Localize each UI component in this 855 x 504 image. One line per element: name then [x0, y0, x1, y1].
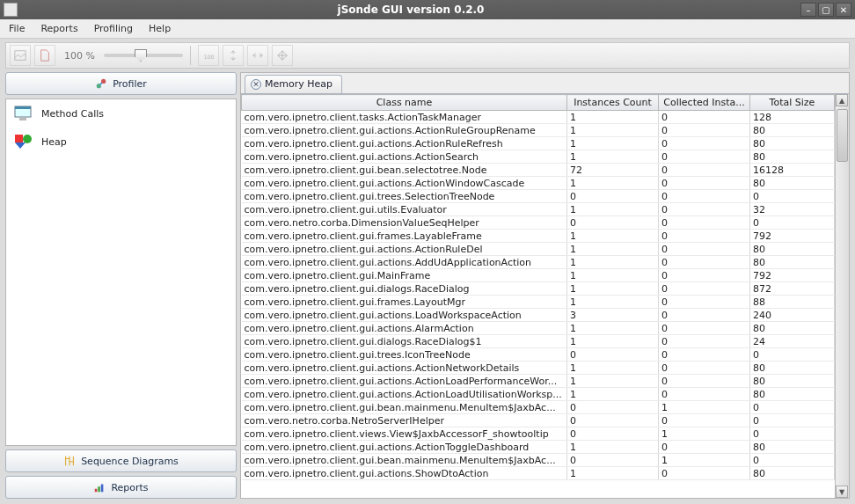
cell-collected: 0 — [659, 414, 750, 427]
table-row[interactable]: com.vero.ipnetro.client.gui.actions.Acti… — [242, 137, 835, 150]
profiler-toggle-button[interactable]: Profiler — [5, 72, 237, 95]
table-row[interactable]: com.vero.ipnetro.client.gui.actions.Acti… — [242, 375, 835, 388]
table-row[interactable]: com.vero.ipnetro.client.gui.actions.Acti… — [242, 177, 835, 190]
table-row[interactable]: com.vero.ipnetro.client.gui.bean.selecto… — [242, 164, 835, 177]
shapes-icon — [13, 133, 34, 150]
table-row[interactable]: com.vero.ipnetro.client.gui.MainFrame107… — [242, 269, 835, 282]
table-row[interactable]: com.vero.ipnetro.client.gui.actions.Acti… — [242, 362, 835, 375]
cell-total: 792 — [750, 269, 835, 282]
table-row[interactable]: com.vero.ipnetro.client.gui.actions.Show… — [242, 467, 835, 480]
svg-rect-4 — [100, 83, 102, 84]
heap-table: Class name Instances Count Collected Ins… — [241, 94, 835, 480]
svg-rect-7 — [19, 118, 26, 121]
close-tab-icon[interactable]: ✕ — [251, 79, 261, 90]
table-row[interactable]: com.vero.ipnetro.client.gui.dialogs.Race… — [242, 335, 835, 348]
cell-total: 80 — [750, 441, 835, 454]
cell-instances: 1 — [567, 375, 659, 388]
maximize-button[interactable]: ▢ — [818, 3, 834, 17]
table-container: Class name Instances Count Collected Ins… — [241, 93, 849, 498]
table-row[interactable]: com.vero.ipnetro.client.views.View$JaxbA… — [242, 427, 835, 441]
cell-collected: 0 — [659, 375, 750, 388]
table-viewport: Class name Instances Count Collected Ins… — [241, 94, 835, 498]
scroll-down-arrow[interactable]: ▼ — [836, 486, 848, 498]
col-instances-count[interactable]: Instances Count — [567, 95, 659, 111]
cell-class-name: com.vero.ipnetro.client.gui.actions.Acti… — [242, 388, 567, 401]
cell-class-name: com.vero.ipnetro.client.gui.actions.Load… — [242, 309, 567, 322]
reports-button[interactable]: Reports — [5, 476, 237, 499]
export-image-button[interactable] — [10, 45, 31, 66]
cell-class-name: com.vero.ipnetro.client.gui.actions.AddU… — [242, 256, 567, 269]
cell-class-name: com.vero.ipnetro.client.gui.trees.IconTr… — [242, 348, 567, 362]
cell-collected: 0 — [659, 335, 750, 348]
main-panel: ✕ Memory Heap Class name Instances Count… — [240, 72, 850, 499]
table-row[interactable]: com.vero.ipnetro.client.gui.actions.Load… — [242, 309, 835, 322]
cell-collected: 0 — [659, 164, 750, 177]
cell-class-name: com.vero.ipnetro.client.gui.actions.Alar… — [242, 322, 567, 335]
cell-class-name: com.vero.ipnetro.client.gui.bean.mainmen… — [242, 454, 567, 467]
scroll-up-arrow[interactable]: ▲ — [836, 94, 848, 106]
col-class-name[interactable]: Class name — [242, 95, 567, 111]
cell-total: 0 — [750, 190, 835, 203]
cell-collected: 0 — [659, 190, 750, 203]
list-item-method-calls[interactable]: Method Calls — [6, 99, 236, 128]
table-row[interactable]: com.vero.ipnetro.client.gui.utils.Evalua… — [242, 203, 835, 216]
cell-class-name: com.vero.ipnetro.client.views.View$JaxbA… — [242, 427, 567, 441]
menu-file[interactable]: File — [5, 21, 28, 36]
col-collected-instances[interactable]: Collected Insta... — [659, 95, 750, 111]
cell-collected: 0 — [659, 111, 750, 124]
table-row[interactable]: com.vero.netro.corba.DimensionValueSeqHe… — [242, 216, 835, 230]
zoom-100-icon: 100 — [202, 49, 215, 62]
table-row[interactable]: com.vero.ipnetro.client.gui.frames.Layab… — [242, 230, 835, 243]
table-row[interactable]: com.vero.ipnetro.client.gui.frames.Layou… — [242, 296, 835, 309]
table-row[interactable]: com.vero.ipnetro.client.tasks.ActionTask… — [242, 111, 835, 124]
sequence-diagrams-button[interactable]: Sequence Diagrams — [5, 449, 237, 472]
tab-memory-heap[interactable]: ✕ Memory Heap — [245, 75, 342, 93]
cell-collected: 0 — [659, 388, 750, 401]
reports-label: Reports — [111, 482, 148, 493]
table-body: com.vero.ipnetro.client.tasks.ActionTask… — [242, 111, 835, 480]
expand-button[interactable] — [272, 45, 293, 66]
table-row[interactable]: com.vero.ipnetro.client.gui.bean.mainmen… — [242, 401, 835, 414]
cell-collected: 0 — [659, 216, 750, 230]
menu-help[interactable]: Help — [145, 21, 174, 36]
cell-class-name: com.vero.ipnetro.client.gui.dialogs.Race… — [242, 335, 567, 348]
table-row[interactable]: com.vero.ipnetro.client.gui.actions.Acti… — [242, 150, 835, 164]
menu-reports[interactable]: Reports — [37, 21, 81, 36]
table-row[interactable]: com.vero.netro.corba.NetroServerIHelper0… — [242, 414, 835, 427]
col-total-size[interactable]: Total Size — [750, 95, 835, 111]
cell-class-name: com.vero.ipnetro.client.gui.actions.Acti… — [242, 375, 567, 388]
table-row[interactable]: com.vero.ipnetro.client.gui.trees.Select… — [242, 190, 835, 203]
menu-profiling[interactable]: Profiling — [91, 21, 136, 36]
table-row[interactable]: com.vero.ipnetro.client.gui.actions.Alar… — [242, 322, 835, 335]
table-row[interactable]: com.vero.ipnetro.client.gui.actions.Acti… — [242, 124, 835, 137]
table-header-row: Class name Instances Count Collected Ins… — [242, 95, 835, 111]
list-item-heap[interactable]: Heap — [6, 128, 236, 156]
cell-instances: 1 — [567, 124, 659, 137]
table-row[interactable]: com.vero.ipnetro.client.gui.actions.Acti… — [242, 388, 835, 401]
cell-collected: 0 — [659, 322, 750, 335]
slider-thumb[interactable] — [135, 49, 147, 62]
scroll-thumb[interactable] — [837, 109, 848, 162]
zoom-actual-button[interactable]: 100 — [198, 45, 219, 66]
cell-total: 0 — [750, 414, 835, 427]
table-row[interactable]: com.vero.ipnetro.client.gui.dialogs.Race… — [242, 282, 835, 296]
window-titlebar: jSonde GUI version 0.2.0 – ▢ ✕ — [0, 0, 855, 19]
table-row[interactable]: com.vero.ipnetro.client.gui.trees.IconTr… — [242, 348, 835, 362]
table-row[interactable]: com.vero.ipnetro.client.gui.actions.AddU… — [242, 256, 835, 269]
minimize-button[interactable]: – — [800, 3, 816, 17]
close-button[interactable]: ✕ — [836, 3, 851, 17]
cell-total: 80 — [750, 177, 835, 190]
svg-text:100: 100 — [204, 54, 215, 60]
zoom-slider[interactable] — [104, 54, 183, 57]
table-row[interactable]: com.vero.ipnetro.client.gui.actions.Acti… — [242, 243, 835, 256]
cell-collected: 0 — [659, 124, 750, 137]
vertical-scrollbar[interactable]: ▲ ▼ — [835, 94, 849, 498]
cell-total: 80 — [750, 150, 835, 164]
collapse-vertical-button[interactable] — [223, 45, 244, 66]
cell-instances: 1 — [567, 256, 659, 269]
table-row[interactable]: com.vero.ipnetro.client.gui.bean.mainmen… — [242, 454, 835, 467]
table-row[interactable]: com.vero.ipnetro.client.gui.actions.Acti… — [242, 441, 835, 454]
cell-collected: 0 — [659, 150, 750, 164]
export-pdf-button[interactable] — [34, 45, 55, 66]
collapse-horizontal-button[interactable] — [247, 45, 268, 66]
